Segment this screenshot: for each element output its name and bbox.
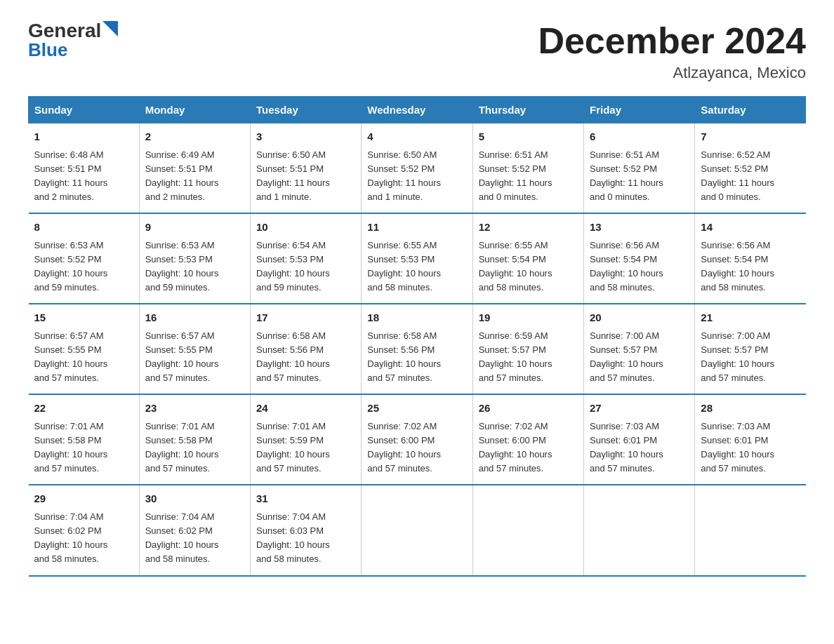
logo-arrow-icon — [102, 21, 118, 36]
day-number: 1 — [34, 129, 133, 145]
day-info: Sunrise: 7:01 AM Sunset: 5:58 PM Dayligh… — [34, 420, 133, 476]
calendar-cell-w1-d4: 4Sunrise: 6:50 AM Sunset: 5:52 PM Daylig… — [362, 123, 472, 214]
day-number: 14 — [701, 220, 800, 236]
day-number: 29 — [34, 491, 133, 507]
day-number: 26 — [479, 401, 578, 417]
calendar-cell-w3-d6: 20Sunrise: 7:00 AM Sunset: 5:57 PM Dayli… — [583, 304, 694, 394]
day-info: Sunrise: 6:55 AM Sunset: 5:53 PM Dayligh… — [367, 239, 466, 295]
calendar-cell-w1-d6: 6Sunrise: 6:51 AM Sunset: 5:52 PM Daylig… — [583, 123, 694, 214]
day-info: Sunrise: 6:56 AM Sunset: 5:54 PM Dayligh… — [701, 239, 800, 295]
calendar-cell-w4-d7: 28Sunrise: 7:03 AM Sunset: 6:01 PM Dayli… — [695, 394, 806, 485]
calendar-cell-w2-d6: 13Sunrise: 6:56 AM Sunset: 5:54 PM Dayli… — [583, 213, 694, 304]
calendar-cell-w2-d2: 9Sunrise: 6:53 AM Sunset: 5:53 PM Daylig… — [139, 213, 250, 304]
day-info: Sunrise: 6:49 AM Sunset: 5:51 PM Dayligh… — [145, 148, 244, 205]
day-info: Sunrise: 7:01 AM Sunset: 5:58 PM Dayligh… — [145, 420, 244, 476]
calendar-cell-w2-d3: 10Sunrise: 6:54 AM Sunset: 5:53 PM Dayli… — [251, 213, 362, 304]
day-info: Sunrise: 7:01 AM Sunset: 5:59 PM Dayligh… — [256, 420, 355, 476]
day-info: Sunrise: 7:03 AM Sunset: 6:01 PM Dayligh… — [701, 420, 800, 476]
day-number: 5 — [479, 129, 578, 145]
calendar-week-3: 15Sunrise: 6:57 AM Sunset: 5:55 PM Dayli… — [29, 304, 806, 394]
calendar-table: Sunday Monday Tuesday Wednesday Thursday… — [28, 96, 806, 576]
calendar-title: December 2024 — [538, 21, 806, 61]
calendar-cell-w4-d1: 22Sunrise: 7:01 AM Sunset: 5:58 PM Dayli… — [29, 394, 140, 485]
day-info: Sunrise: 6:53 AM Sunset: 5:53 PM Dayligh… — [145, 239, 244, 295]
calendar-cell-w4-d2: 23Sunrise: 7:01 AM Sunset: 5:58 PM Dayli… — [139, 394, 250, 485]
title-block: December 2024 Atlzayanca, Mexico — [538, 21, 806, 82]
day-number: 9 — [145, 220, 244, 236]
day-info: Sunrise: 7:02 AM Sunset: 6:00 PM Dayligh… — [367, 420, 466, 476]
day-info: Sunrise: 6:57 AM Sunset: 5:55 PM Dayligh… — [34, 329, 133, 386]
day-number: 19 — [479, 310, 578, 326]
day-number: 30 — [145, 491, 244, 507]
header-saturday: Saturday — [695, 97, 806, 123]
day-info: Sunrise: 6:59 AM Sunset: 5:57 PM Dayligh… — [479, 329, 578, 386]
calendar-cell-w5-d7 — [695, 485, 806, 575]
day-number: 31 — [256, 491, 355, 507]
calendar-cell-w3-d7: 21Sunrise: 7:00 AM Sunset: 5:57 PM Dayli… — [695, 304, 806, 394]
header-friday: Friday — [583, 97, 694, 123]
header-monday: Monday — [139, 97, 250, 123]
day-number: 17 — [256, 310, 355, 326]
calendar-cell-w5-d2: 30Sunrise: 7:04 AM Sunset: 6:02 PM Dayli… — [139, 485, 250, 575]
day-info: Sunrise: 6:57 AM Sunset: 5:55 PM Dayligh… — [145, 329, 244, 386]
calendar-week-5: 29Sunrise: 7:04 AM Sunset: 6:02 PM Dayli… — [29, 485, 806, 575]
day-info: Sunrise: 6:51 AM Sunset: 5:52 PM Dayligh… — [479, 148, 578, 205]
day-number: 28 — [701, 401, 800, 417]
day-info: Sunrise: 7:03 AM Sunset: 6:01 PM Dayligh… — [590, 420, 689, 476]
logo: General Blue — [28, 21, 118, 61]
day-number: 4 — [367, 129, 466, 145]
calendar-cell-w5-d3: 31Sunrise: 7:04 AM Sunset: 6:03 PM Dayli… — [251, 485, 362, 575]
day-info: Sunrise: 6:50 AM Sunset: 5:51 PM Dayligh… — [256, 148, 355, 205]
calendar-week-4: 22Sunrise: 7:01 AM Sunset: 5:58 PM Dayli… — [29, 394, 806, 485]
header-tuesday: Tuesday — [251, 97, 362, 123]
day-number: 24 — [256, 401, 355, 417]
day-info: Sunrise: 6:58 AM Sunset: 5:56 PM Dayligh… — [256, 329, 355, 386]
calendar-cell-w1-d3: 3Sunrise: 6:50 AM Sunset: 5:51 PM Daylig… — [251, 123, 362, 214]
day-info: Sunrise: 6:53 AM Sunset: 5:52 PM Dayligh… — [34, 239, 133, 295]
calendar-cell-w1-d1: 1Sunrise: 6:48 AM Sunset: 5:51 PM Daylig… — [29, 123, 140, 214]
day-info: Sunrise: 7:00 AM Sunset: 5:57 PM Dayligh… — [590, 329, 689, 386]
calendar-cell-w1-d7: 7Sunrise: 6:52 AM Sunset: 5:52 PM Daylig… — [695, 123, 806, 214]
calendar-cell-w2-d1: 8Sunrise: 6:53 AM Sunset: 5:52 PM Daylig… — [29, 213, 140, 304]
day-info: Sunrise: 7:04 AM Sunset: 6:02 PM Dayligh… — [34, 510, 133, 567]
day-number: 16 — [145, 310, 244, 326]
calendar-cell-w3-d4: 18Sunrise: 6:58 AM Sunset: 5:56 PM Dayli… — [362, 304, 472, 394]
calendar-cell-w4-d5: 26Sunrise: 7:02 AM Sunset: 6:00 PM Dayli… — [472, 394, 583, 485]
calendar-cell-w2-d7: 14Sunrise: 6:56 AM Sunset: 5:54 PM Dayli… — [695, 213, 806, 304]
day-number: 27 — [590, 401, 689, 417]
calendar-cell-w4-d6: 27Sunrise: 7:03 AM Sunset: 6:01 PM Dayli… — [583, 394, 694, 485]
calendar-location: Atlzayanca, Mexico — [538, 64, 806, 82]
calendar-cell-w5-d6 — [583, 485, 694, 575]
calendar-header-row: Sunday Monday Tuesday Wednesday Thursday… — [29, 97, 806, 123]
calendar-cell-w4-d3: 24Sunrise: 7:01 AM Sunset: 5:59 PM Dayli… — [251, 394, 362, 485]
day-number: 21 — [701, 310, 800, 326]
calendar-cell-w2-d4: 11Sunrise: 6:55 AM Sunset: 5:53 PM Dayli… — [362, 213, 472, 304]
day-info: Sunrise: 7:04 AM Sunset: 6:03 PM Dayligh… — [256, 510, 355, 567]
day-number: 6 — [590, 129, 689, 145]
day-number: 8 — [34, 220, 133, 236]
day-number: 23 — [145, 401, 244, 417]
calendar-cell-w3-d5: 19Sunrise: 6:59 AM Sunset: 5:57 PM Dayli… — [472, 304, 583, 394]
day-info: Sunrise: 7:04 AM Sunset: 6:02 PM Dayligh… — [145, 510, 244, 567]
day-number: 11 — [367, 220, 466, 236]
calendar-cell-w5-d1: 29Sunrise: 7:04 AM Sunset: 6:02 PM Dayli… — [29, 485, 140, 575]
day-number: 22 — [34, 401, 133, 417]
day-info: Sunrise: 7:00 AM Sunset: 5:57 PM Dayligh… — [701, 329, 800, 386]
calendar-cell-w2-d5: 12Sunrise: 6:55 AM Sunset: 5:54 PM Dayli… — [472, 213, 583, 304]
day-info: Sunrise: 6:56 AM Sunset: 5:54 PM Dayligh… — [590, 239, 689, 295]
logo-text-general: General — [28, 21, 101, 41]
header-thursday: Thursday — [472, 97, 583, 123]
day-number: 25 — [367, 401, 466, 417]
calendar-cell-w4-d4: 25Sunrise: 7:02 AM Sunset: 6:00 PM Dayli… — [362, 394, 472, 485]
day-number: 18 — [367, 310, 466, 326]
calendar-week-2: 8Sunrise: 6:53 AM Sunset: 5:52 PM Daylig… — [29, 213, 806, 304]
header-sunday: Sunday — [29, 97, 140, 123]
calendar-cell-w3-d1: 15Sunrise: 6:57 AM Sunset: 5:55 PM Dayli… — [29, 304, 140, 394]
svg-marker-0 — [102, 21, 118, 36]
day-info: Sunrise: 6:51 AM Sunset: 5:52 PM Dayligh… — [590, 148, 689, 205]
day-info: Sunrise: 6:52 AM Sunset: 5:52 PM Dayligh… — [701, 148, 800, 205]
day-number: 2 — [145, 129, 244, 145]
day-number: 20 — [590, 310, 689, 326]
header-wednesday: Wednesday — [362, 97, 472, 123]
day-info: Sunrise: 6:54 AM Sunset: 5:53 PM Dayligh… — [256, 239, 355, 295]
